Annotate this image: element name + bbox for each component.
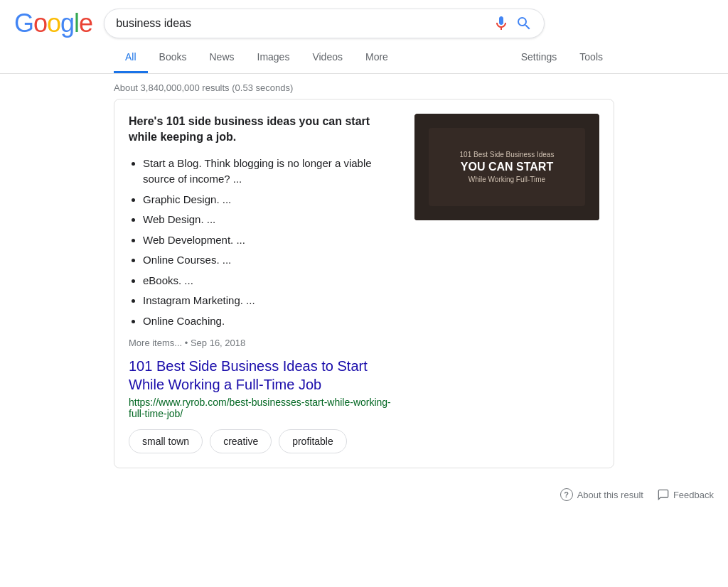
featured-snippet-card: Here's 101 side business ideas you can s… <box>114 99 614 468</box>
card-thumbnail: 101 Best Side Business Ideas YOU CAN STA… <box>414 114 599 453</box>
card-inner: Here's 101 side business ideas you can s… <box>129 114 599 453</box>
card-title: Here's 101 side business ideas you can s… <box>129 114 400 146</box>
tab-books[interactable]: Books <box>148 43 198 73</box>
card-text: Here's 101 side business ideas you can s… <box>129 114 400 453</box>
header: Google <box>0 0 728 38</box>
list-item: Online Coaching. <box>143 313 400 330</box>
card-list: Start a Blog. Think blogging is no longe… <box>129 156 400 330</box>
more-items: More items... • Sep 16, 2018 <box>129 338 400 348</box>
mic-icon[interactable] <box>493 15 510 32</box>
list-item: eBooks. ... <box>143 273 400 289</box>
search-icons <box>493 15 532 32</box>
search-input[interactable] <box>116 17 487 30</box>
search-bar-wrapper <box>104 9 545 38</box>
tab-news[interactable]: News <box>198 43 245 73</box>
page-footer: ? About this result Feedback <box>0 480 728 510</box>
tab-more[interactable]: More <box>354 43 400 73</box>
thumb-small-text: 101 Best Side Business Ideas <box>460 151 555 158</box>
tab-images[interactable]: Images <box>246 43 301 73</box>
thumb-medium-text: While Working Full-Time <box>460 176 555 183</box>
tag-profitable[interactable]: profitable <box>279 429 347 453</box>
tag-creative[interactable]: creative <box>210 429 272 453</box>
search-button-icon[interactable] <box>515 15 532 32</box>
nav-right: Settings Tools <box>510 43 614 73</box>
tag-small-town[interactable]: small town <box>129 429 203 453</box>
list-item: Start a Blog. Think blogging is no longe… <box>143 156 400 188</box>
about-result-link[interactable]: ? About this result <box>560 488 643 501</box>
google-logo[interactable]: Google <box>14 9 92 38</box>
tab-videos[interactable]: Videos <box>301 43 354 73</box>
nav-tabs: All Books News Images Videos More Settin… <box>0 43 728 74</box>
result-url: https://www.ryrob.com/best-businesses-st… <box>129 397 400 419</box>
list-item: Web Development. ... <box>143 232 400 249</box>
search-bar <box>104 9 545 38</box>
thumb-text: 101 Best Side Business Ideas YOU CAN STA… <box>460 151 555 183</box>
thumbnail-image: 101 Best Side Business Ideas YOU CAN STA… <box>414 114 599 220</box>
main-content: Here's 101 side business ideas you can s… <box>0 99 728 468</box>
feedback-icon <box>658 489 669 500</box>
list-item: Instagram Marketing. ... <box>143 293 400 309</box>
tab-all[interactable]: All <box>114 43 148 73</box>
result-title-link[interactable]: 101 Best Side Business Ideas to Start Wh… <box>129 357 400 394</box>
list-item: Web Design. ... <box>143 212 400 228</box>
thumb-large-text: YOU CAN START <box>460 160 555 173</box>
tab-tools[interactable]: Tools <box>568 43 614 73</box>
tab-settings[interactable]: Settings <box>510 43 569 73</box>
about-result-icon: ? <box>560 488 573 501</box>
feedback-link[interactable]: Feedback <box>658 489 714 500</box>
related-tags: small town creative profitable <box>129 429 400 453</box>
list-item: Online Courses. ... <box>143 252 400 269</box>
list-item: Graphic Design. ... <box>143 192 400 208</box>
results-stats: About 3,840,000,000 results (0.53 second… <box>0 74 728 99</box>
